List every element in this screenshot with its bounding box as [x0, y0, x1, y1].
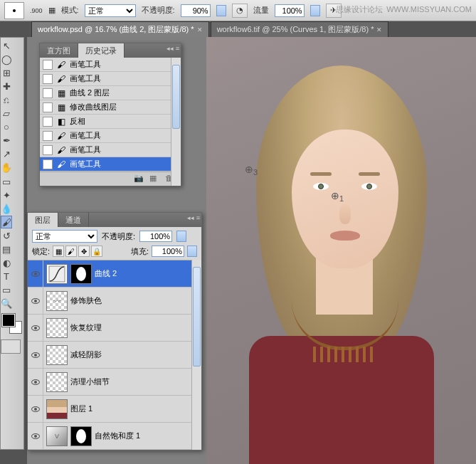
layer-row[interactable]: 曲线 2	[28, 260, 201, 288]
palette-toggle-icon[interactable]: ▦	[48, 6, 55, 15]
lock-trans-icon[interactable]: ▦	[53, 246, 64, 257]
eraser-tool[interactable]: ▱	[1, 107, 12, 120]
history-item[interactable]: ▦曲线 2 图层	[40, 86, 181, 100]
lock-position-icon[interactable]: ✥	[78, 246, 90, 257]
layer-thumb[interactable]: V	[46, 426, 68, 446]
history-source-checkbox[interactable]	[43, 145, 53, 155]
document-tab[interactable]: workflow6.tif @ 25% (Curves 1, 图层蒙版/8) *…	[211, 21, 389, 37]
visibility-toggle[interactable]	[28, 396, 43, 422]
layer-thumb[interactable]	[46, 372, 68, 392]
flow-flyout-icon[interactable]	[310, 5, 320, 16]
history-source-checkbox[interactable]	[43, 88, 53, 98]
history-source-checkbox[interactable]	[43, 131, 53, 141]
heal-tool[interactable]: ✚	[1, 80, 12, 93]
history-item[interactable]: 🖌画笔工具	[40, 143, 181, 157]
layer-name-label[interactable]: 减轻阴影	[70, 349, 199, 360]
lock-pixels-icon[interactable]: 🖌	[65, 246, 77, 257]
layer-row[interactable]: 恢复纹理	[28, 315, 201, 342]
visibility-toggle[interactable]	[28, 369, 43, 395]
gradient-tool[interactable]: ▤	[1, 243, 12, 255]
layer-row[interactable]: V自然饱和度 1	[28, 423, 201, 450]
history-source-checkbox[interactable]	[43, 74, 53, 84]
move-tool[interactable]: ↖	[1, 39, 12, 52]
history-item[interactable]: 🖌画笔工具	[40, 72, 181, 86]
layer-name-label[interactable]: 恢复纹理	[70, 322, 199, 333]
fill-input[interactable]	[152, 246, 184, 257]
scrollbar[interactable]	[171, 58, 181, 186]
pressure-opacity-icon[interactable]: ◔	[232, 4, 248, 18]
scrollbar[interactable]	[191, 260, 201, 450]
close-icon[interactable]: ✕	[376, 26, 382, 33]
layer-thumb[interactable]: 〰	[46, 291, 68, 311]
visibility-toggle[interactable]	[28, 423, 43, 449]
color-sampler-1[interactable]: ⊕1	[331, 190, 344, 203]
shape-tool[interactable]: ▭	[1, 283, 12, 296]
type-tool[interactable]: T	[1, 270, 12, 283]
lock-all-icon[interactable]: 🔒	[91, 246, 102, 257]
color-wells[interactable]	[1, 314, 22, 334]
eyedropper-tool[interactable]: 💧	[1, 202, 12, 215]
history-item[interactable]: ▦修改曲线图层	[40, 100, 181, 115]
history-item[interactable]: 🖌画笔工具	[40, 58, 181, 72]
mask-thumb[interactable]	[70, 264, 92, 284]
layer-row[interactable]: 图层 1	[28, 396, 201, 423]
brush-tool[interactable]: 🖌	[1, 216, 12, 228]
crop-tool[interactable]: ⊞	[1, 66, 12, 79]
visibility-toggle[interactable]	[28, 288, 43, 314]
layer-thumb[interactable]	[46, 345, 68, 365]
history-brush-tool[interactable]: ↺	[1, 229, 12, 242]
history-source-checkbox[interactable]	[43, 102, 53, 112]
channels-tab[interactable]: 通道	[58, 213, 89, 227]
layer-row[interactable]: 清理小细节	[28, 369, 201, 396]
layer-opacity-input[interactable]	[139, 231, 172, 242]
visibility-toggle[interactable]	[28, 342, 43, 368]
layer-blend-select[interactable]: 正常	[32, 230, 97, 243]
path-tool[interactable]: ↗	[1, 147, 12, 160]
histogram-tab[interactable]: 直方图	[40, 43, 78, 58]
history-source-checkbox[interactable]	[43, 60, 53, 70]
layer-name-label[interactable]: 清理小细节	[70, 376, 199, 387]
flow-input[interactable]	[275, 4, 305, 17]
marquee-tool[interactable]: ▭	[1, 175, 12, 188]
history-item[interactable]: ◧反相	[40, 115, 181, 129]
chevron-down-icon[interactable]	[187, 246, 197, 257]
visibility-toggle[interactable]	[28, 260, 43, 287]
new-snapshot-icon[interactable]: 📷	[134, 174, 145, 185]
layer-name-label[interactable]: 图层 1	[70, 404, 199, 414]
close-icon[interactable]: ✕	[197, 26, 203, 33]
layer-row[interactable]: 减轻阴影	[28, 342, 201, 369]
layer-thumb[interactable]	[46, 264, 68, 284]
wand-tool[interactable]: ✦	[1, 189, 12, 201]
opacity-flyout-icon[interactable]	[216, 5, 226, 16]
layer-name-label[interactable]: 修饰肤色	[70, 295, 199, 306]
lasso-tool[interactable]: ◯	[1, 53, 12, 65]
history-item[interactable]: 🖌画笔工具	[40, 157, 181, 172]
new-state-icon[interactable]: ▦	[149, 174, 161, 185]
hand-tool[interactable]: ✋	[1, 161, 12, 174]
panel-collapse-icon[interactable]: ◂◂ ≡	[187, 214, 200, 221]
pen-tool[interactable]: ✒	[1, 134, 12, 147]
document-tab[interactable]: workflow.psd @ 16.7% (曲线 2, 图层蒙版/8) *✕	[31, 21, 209, 37]
layer-thumb[interactable]	[46, 399, 68, 419]
history-tab[interactable]: 历史记录	[78, 43, 125, 58]
foreground-color-well[interactable]	[2, 314, 15, 327]
blend-mode-select[interactable]: 正常	[85, 4, 136, 17]
dodge-tool[interactable]: ◐	[1, 256, 12, 269]
visibility-toggle[interactable]	[28, 315, 43, 341]
mask-thumb[interactable]	[70, 426, 92, 446]
quickmask-toggle[interactable]	[1, 339, 21, 354]
history-item[interactable]: 🖌画笔工具	[40, 129, 181, 143]
blur-tool[interactable]: ○	[1, 120, 12, 133]
history-source-checkbox[interactable]	[43, 117, 53, 127]
layer-row[interactable]: 〰修饰肤色	[28, 288, 201, 315]
layer-name-label[interactable]: 自然饱和度 1	[95, 431, 199, 441]
color-sampler-3[interactable]: ⊕3	[245, 164, 258, 176]
layer-thumb[interactable]	[46, 318, 68, 338]
zoom-tool[interactable]: 🔍	[1, 297, 12, 310]
stamp-tool[interactable]: ⎌	[1, 93, 12, 106]
opacity-input[interactable]	[181, 4, 211, 17]
panel-collapse-icon[interactable]: ◂◂ ≡	[166, 45, 179, 52]
canvas-image[interactable]: ⊕1 ⊕3	[206, 37, 476, 464]
chevron-down-icon[interactable]	[176, 231, 186, 242]
layers-tab[interactable]: 图层	[28, 213, 58, 227]
